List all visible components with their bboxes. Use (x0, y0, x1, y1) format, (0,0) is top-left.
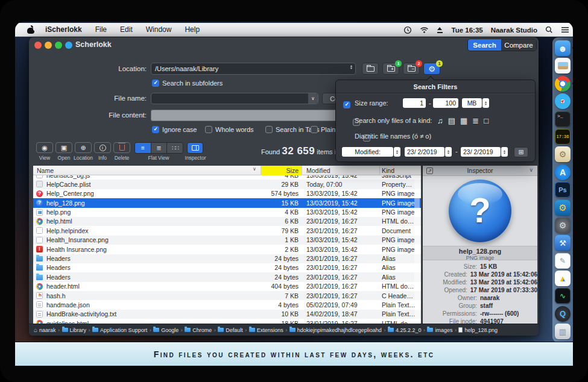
path-item-4-25-2-2-0[interactable]: 4.25.2.2_0 (388, 327, 422, 333)
date-to-stepper-icon[interactable]: ▲▼ (501, 147, 508, 157)
menu-window[interactable]: Window (146, 25, 172, 34)
inspector-toggle-button[interactable] (187, 142, 203, 154)
flat-view-segment[interactable]: ≡ (135, 143, 151, 153)
table-row[interactable]: hash.h7 KB23/01/2019, 16:27C Heade… (33, 291, 421, 300)
checkbox-ignore-case[interactable] (152, 126, 159, 133)
activity-monitor-dock-item[interactable] (555, 288, 571, 304)
filename-combo[interactable]: ∨ (151, 93, 318, 104)
eject-icon[interactable] (437, 27, 443, 33)
quicktime-dock-item[interactable] (555, 306, 571, 322)
path-item-hdokiejnpimakedhajhdlcegeplioahd[interactable]: hdokiejnpimakedhajhdlcegeplioahd (289, 327, 382, 333)
calendar-button[interactable]: ⊞ (514, 147, 528, 157)
column-name[interactable]: Name (37, 167, 54, 174)
path-item-application-support[interactable]: Application Support (92, 327, 147, 333)
wifi-icon[interactable] (420, 27, 429, 33)
subfolders-option[interactable]: Search in subfolders (152, 77, 223, 88)
tab-compare[interactable]: Compare (501, 39, 536, 51)
table-row[interactable]: HandBrake-activitylog.txt10 KB14/02/2019… (33, 310, 421, 319)
location-stepper-icon[interactable]: ▲▼ (350, 64, 353, 69)
table-row[interactable]: Help_Center.png574 bytes13/03/2019, 15:4… (33, 189, 421, 198)
gear-utility-dock-item[interactable] (555, 200, 571, 216)
path-item-extensions[interactable]: Extensions (249, 327, 283, 333)
spotlight-search-icon[interactable] (545, 26, 553, 34)
date-from-input[interactable]: 23/ 2/2019 (405, 147, 444, 157)
path-item-naarak[interactable]: ⌂naarak (34, 327, 56, 333)
table-row[interactable]: header.html404 bytes23/01/2019, 16:27HTM… (33, 282, 421, 291)
chrome-dock-item[interactable] (555, 76, 571, 92)
info-button[interactable]: i (94, 142, 111, 153)
date-mode-select[interactable]: Modified: (342, 147, 393, 157)
movie-icon[interactable]: ▦ (460, 116, 467, 125)
table-row[interactable]: Headers24 bytes23/01/2019, 16:27Alias (33, 254, 421, 263)
exclude-folder-button[interactable]: −2 (403, 63, 420, 75)
blank-document-icon[interactable]: □ (484, 116, 488, 125)
clock-widget-dock-item[interactable] (555, 129, 571, 145)
delete-button[interactable] (113, 142, 130, 153)
search-filters-button[interactable]: ⚙1 (423, 63, 440, 75)
checkbox-whole-words[interactable] (205, 126, 212, 133)
extra-window-button[interactable] (65, 42, 72, 49)
path-item-google[interactable]: Google (153, 327, 179, 333)
textedit-dock-item[interactable] (555, 253, 571, 269)
size-from-input[interactable]: 1 (403, 98, 426, 108)
option-whole-words[interactable]: Whole words (205, 124, 254, 134)
date-to-input[interactable]: 23/ 2/2019 (461, 147, 501, 157)
location-button[interactable]: ⊕ (75, 142, 92, 153)
menu-clock[interactable]: Tue 16:35 (451, 27, 482, 34)
apple-menu-icon[interactable] (27, 25, 35, 34)
table-row[interactable]: Help.helpindex79 KB23/01/2019, 16:27Docu… (33, 226, 421, 235)
date-mode-stepper-icon[interactable]: ▲▼ (394, 147, 400, 157)
menu-ischerlokk[interactable]: iScherlokk (45, 25, 82, 34)
size-unit-select[interactable]: MB (462, 98, 482, 108)
photoshop-dock-item[interactable] (555, 182, 571, 198)
finder-dock-item[interactable] (555, 40, 571, 56)
xcode-dock-item[interactable] (555, 235, 571, 251)
chevron-down-icon[interactable]: ∨ (308, 93, 318, 104)
option-ignore-case[interactable]: Ignore case (152, 124, 197, 134)
table-row[interactable]: Headers24 bytes23/01/2019, 16:27Alias (33, 263, 421, 272)
column-kind[interactable]: Kind (382, 167, 394, 174)
path-item-chrome[interactable]: Chrome (185, 327, 212, 333)
table-row[interactable]: help.png4 KB13/03/2019, 15:42PNG image (33, 208, 421, 217)
path-item-default[interactable]: Default (218, 327, 243, 333)
size-range-checkbox[interactable] (343, 101, 350, 108)
terminal-dock-item[interactable] (555, 111, 571, 127)
image-icon[interactable]: ▤ (448, 116, 455, 125)
menu-user[interactable]: Naarak Studio (491, 27, 537, 34)
option-plain[interactable]: Plain (311, 124, 335, 134)
sort-chevron-icon[interactable]: ∨ (253, 166, 256, 172)
tab-search[interactable]: Search (468, 39, 501, 51)
minimize-button[interactable] (45, 42, 52, 49)
choose-folder-button[interactable] (362, 63, 379, 75)
table-row[interactable]: heuristics_bg.js4 KB13/03/2019, 15:42Jav… (33, 175, 421, 180)
location-field[interactable]: /Users/naarak/Library ▲▼ (151, 63, 356, 75)
column-modified[interactable]: Modified (306, 167, 330, 174)
column-size[interactable]: Size (261, 167, 299, 174)
system-preferences-dock-item[interactable] (555, 218, 571, 233)
subfolders-checkbox[interactable] (152, 80, 159, 87)
view-button[interactable]: ◉ (36, 142, 53, 153)
table-row[interactable]: Health_Insurance.png1 KB13/03/2019, 15:4… (33, 236, 421, 245)
collapse-chevron-icon[interactable]: ∨ (529, 167, 533, 173)
tree-view-segment[interactable]: ≣ (151, 143, 168, 153)
size-unit-stepper-icon[interactable]: ▲▼ (482, 98, 489, 108)
menu-file[interactable]: File (95, 25, 107, 34)
photos-dock-item[interactable] (555, 58, 571, 74)
size-to-input[interactable]: 100 (433, 98, 458, 108)
trash-dock-item[interactable] (555, 324, 571, 339)
checkbox-plain[interactable] (311, 126, 318, 133)
table-row[interactable]: help_128.png15 KB13/03/2019, 15:42PNG im… (33, 198, 421, 207)
path-item-library[interactable]: Library (62, 327, 87, 333)
path-item-help-128-png[interactable]: help_128.png (458, 327, 498, 333)
menu-edit[interactable]: Edit (120, 25, 133, 34)
vertical-scrollbar[interactable] (414, 175, 420, 322)
date-from-stepper-icon[interactable]: ▲▼ (445, 147, 452, 157)
table-row[interactable]: handmade.json4 bytes05/02/2019, 07:49Pla… (33, 300, 421, 309)
checkbox-search-in-tags[interactable] (265, 126, 273, 133)
installer-dock-item[interactable] (555, 146, 571, 162)
zoom-button[interactable] (55, 42, 62, 49)
text-document-icon[interactable]: ≣ (472, 116, 479, 125)
path-item-images[interactable]: images (427, 327, 452, 333)
close-button[interactable] (34, 42, 42, 49)
table-row[interactable]: guidelines.html18 KB23/01/2019, 16:27HTM… (33, 319, 421, 324)
